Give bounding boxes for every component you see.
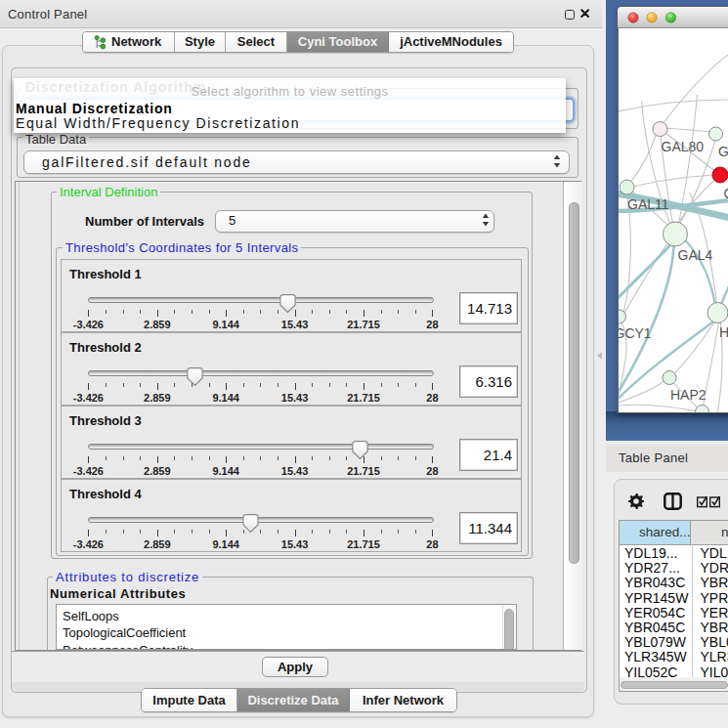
svg-text:HAP2: HAP2 xyxy=(670,387,707,403)
svg-text:GAL: GAL xyxy=(718,144,728,159)
svg-text:H: H xyxy=(719,324,728,340)
svg-text:GAL11: GAL11 xyxy=(627,196,669,212)
svg-text:C: C xyxy=(724,186,728,201)
svg-text:GCY1: GCY1 xyxy=(619,325,652,341)
svg-text:GAL80: GAL80 xyxy=(662,139,705,154)
svg-text:GAL4: GAL4 xyxy=(678,247,713,263)
